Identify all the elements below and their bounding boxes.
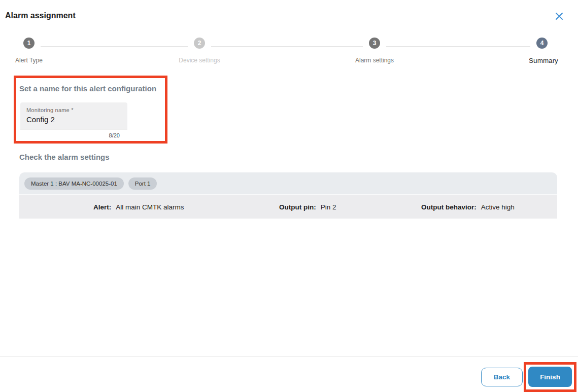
step-connector-1 — [41, 46, 188, 47]
step-2-number: 2 — [198, 40, 201, 47]
close-button[interactable] — [553, 11, 565, 23]
output-pin-detail: Output pin: Pin 2 — [279, 195, 336, 219]
master-device-chip: Master 1 : BAV MA-NC-00025-01 — [24, 177, 124, 190]
step-3-label[interactable]: Alarm settings — [355, 57, 394, 64]
step-2-circle[interactable]: 2 — [194, 38, 205, 49]
check-section-heading: Check the alarm settings — [19, 153, 110, 161]
name-section-heading: Set a name for this alert configuration — [19, 84, 156, 93]
output-pin-value: Pin 2 — [321, 203, 336, 211]
alert-detail-value: All main CMTK alarms — [116, 203, 184, 211]
alarm-assignment-dialog: Alarm assignment 1 2 3 4 Alert Type Devi… — [0, 0, 578, 392]
footer-divider — [0, 357, 578, 357]
monitoring-name-input[interactable] — [26, 115, 120, 124]
close-icon — [554, 15, 564, 23]
monitoring-name-field-wrapper: Monitoring name * 8/20 — [20, 102, 127, 138]
finish-button[interactable]: Finish — [528, 367, 572, 387]
step-connector-3 — [386, 46, 530, 47]
step-connector-2 — [211, 46, 363, 47]
monitoring-name-field[interactable]: Monitoring name * — [20, 102, 127, 129]
step-3-circle[interactable]: 3 — [369, 38, 380, 49]
device-chip-row: Master 1 : BAV MA-NC-00025-01 Port 1 — [19, 172, 557, 194]
alarm-settings-row: Alert: All main CMTK alarms Output pin: … — [19, 195, 557, 219]
output-pin-label: Output pin: — [279, 203, 316, 211]
output-behavior-label: Output behavior: — [421, 203, 477, 211]
character-counter: 8/20 — [20, 132, 127, 138]
step-1-circle[interactable]: 1 — [23, 38, 35, 49]
step-4-label[interactable]: Summary — [529, 57, 558, 64]
step-4-circle[interactable]: 4 — [536, 38, 548, 49]
output-behavior-value: Active high — [481, 203, 515, 211]
output-behavior-detail: Output behavior: Active high — [421, 195, 515, 219]
alert-detail: Alert: All main CMTK alarms — [93, 195, 184, 219]
back-button[interactable]: Back — [481, 368, 523, 386]
step-4-number: 4 — [540, 40, 544, 47]
monitoring-name-label: Monitoring name * — [26, 107, 127, 113]
step-1-label[interactable]: Alert Type — [15, 57, 43, 64]
step-3-number: 3 — [373, 40, 377, 47]
alert-detail-label: Alert: — [93, 203, 111, 211]
port-chip: Port 1 — [128, 177, 157, 190]
step-1-number: 1 — [27, 40, 31, 47]
dialog-title: Alarm assignment — [5, 11, 76, 20]
alarm-settings-card: Master 1 : BAV MA-NC-00025-01 Port 1 Ale… — [19, 172, 557, 219]
step-2-label[interactable]: Device settings — [179, 57, 220, 64]
